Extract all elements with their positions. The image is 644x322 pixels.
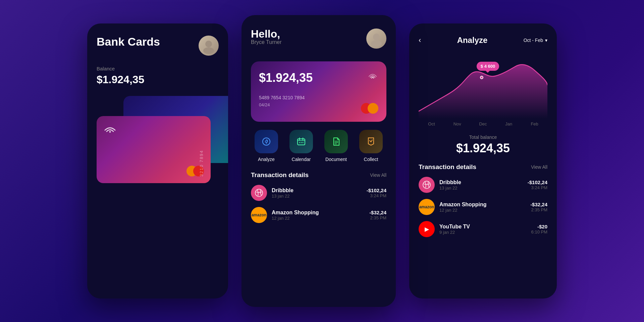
tx-amount-amazon: -$32,24 2:35 PM [369,210,386,220]
svg-point-17 [255,189,263,197]
svg-point-11 [299,142,300,143]
date-filter[interactable]: Oct - Feb ▾ [524,38,547,43]
transactions-header-right: Transaction details View All [419,163,547,171]
tx-time: 2:35 PM [369,215,386,220]
page-title: Analyze [457,36,488,45]
card-number: 5489 7654 3210 7894 [259,95,378,100]
page-title: Bank Cards [97,36,160,48]
credit-card-front[interactable]: 3210 7894 [97,116,211,183]
tx-time: 6:10 PM [531,229,547,234]
svg-point-13 [303,142,304,143]
dribbble-logo [419,177,435,193]
chart-label-jan: Jan [496,121,522,126]
total-balance-section: Total balance $1.924,35 [419,135,547,155]
action-buttons: Analyze Calendar [251,130,386,162]
avatar [199,36,219,56]
svg-point-2 [109,131,111,133]
dribbble-logo [251,185,267,201]
amazon-logo: amazon [251,207,267,223]
chart-dot [480,76,483,79]
bank-cards-phone: Bank Cards Balance $1.924,35 [87,23,228,299]
svg-point-6 [265,141,267,143]
document-button[interactable]: Document [321,130,352,162]
main-phone: Hello, Bryce Turner $1.924,35 5489 7654 … [241,15,396,307]
total-balance-amount: $1.924,35 [419,141,547,155]
mid-header: Hello, Bryce Turner [251,29,386,53]
tx-value: -$20 [531,224,547,229]
transaction-item: amazon Amazon Shopping 12 jan 22 -$32,24… [251,207,386,223]
svg-point-4 [371,40,382,47]
tx-value: -$32,24 [369,210,386,215]
top-nav: ‹ Analyze Oct - Feb ▾ [419,36,547,45]
svg-point-18 [423,181,430,189]
tx-date: 13 jan 22 [272,194,362,199]
svg-point-1 [203,47,214,54]
tx-amount: -$20 6:10 PM [531,224,547,234]
card-balance: $1.924,35 [259,71,378,85]
svg-point-0 [205,41,212,47]
balance-amount: $1.924,35 [97,73,219,86]
analyze-button[interactable]: Analyze [251,130,282,162]
chevron-down-icon: ▾ [545,38,547,43]
calendar-icon [289,130,313,153]
card-number-vertical: 3210 7894 [199,150,204,176]
tx-info-amazon: Amazon Shopping 12 jan 22 [272,210,365,221]
analyze-icon [255,130,278,153]
svg-point-5 [263,138,270,145]
wifi-icon [103,123,204,135]
calendar-button[interactable]: Calendar [286,130,317,162]
card-expiry: 04/24 [259,102,378,107]
transaction-item: amazon Amazon Shopping 12 jan 22 -$32,24… [419,199,547,215]
analyze-label: Analyze [258,157,275,162]
balance-label: Balance [97,66,219,71]
tx-info-amazon: Amazon Shopping 12 jan 22 [439,202,526,213]
tx-amount-dribbble: -$102,24 3:24 PM [367,187,386,198]
tx-date: 12 jan 22 [272,216,365,221]
tx-info-youtube: YouTube TV 9 jan 22 [439,224,527,235]
tx-name: Amazon Shopping [272,210,365,216]
document-label: Document [325,157,347,162]
chart-label-oct: Oct [419,121,444,126]
chart-price-bubble: $ 4 600 [477,62,499,71]
transactions-title: Transaction details [419,163,476,171]
main-credit-card[interactable]: $1.924,35 5489 7654 3210 7894 04/24 [251,61,386,122]
date-range-label: Oct - Feb [524,38,543,43]
calendar-label: Calendar [292,157,311,162]
chart-label-dec: Dec [470,121,496,126]
total-balance-label: Total balance [419,135,547,140]
chart-labels: Oct Nov Dec Jan Feb [419,121,547,126]
tx-amount: -$32,24 2:35 PM [530,202,547,212]
tx-time: 2:35 PM [530,207,547,212]
tx-name: Dribbble [439,179,523,185]
tx-date: 12 jan 22 [439,208,526,213]
cards-stack: 3210 7894 [97,96,219,223]
transaction-item: Dribbble 13 jan 22 -$102,24 3:24 PM [251,185,386,201]
back-button[interactable]: ‹ [419,36,421,45]
transactions-title: Transaction details [251,171,309,179]
tx-amount: -$102,24 3:24 PM [528,179,547,190]
nfc-icon [367,71,378,85]
view-all-button[interactable]: View All [531,164,547,170]
greeting: Hello, [251,29,282,39]
analyze-phone: ‹ Analyze Oct - Feb ▾ [409,23,557,299]
collect-label: Collect [364,157,378,162]
tx-time: 3:24 PM [528,185,547,190]
tx-name: Dribbble [272,187,362,194]
chart-label-feb: Feb [522,121,547,126]
tx-time: 3:24 PM [367,193,386,198]
svg-point-3 [373,34,380,40]
tx-value: -$32,24 [530,202,547,207]
transaction-item: Dribbble 13 jan 22 -$102,24 3:24 PM [419,177,547,193]
username: Bryce Turner [251,39,282,45]
user-avatar [366,29,386,49]
youtube-logo: ▶ [419,221,435,237]
tx-date: 9 jan 22 [439,230,527,235]
left-header: Bank Cards [97,36,219,56]
chart-label-nov: Nov [444,121,470,126]
document-icon [324,130,348,153]
collect-icon [359,130,383,153]
collect-button[interactable]: Collect [356,130,386,162]
view-all-button[interactable]: View All [370,172,386,178]
svg-rect-7 [298,139,305,145]
tx-date: 13 jan 22 [439,185,523,191]
